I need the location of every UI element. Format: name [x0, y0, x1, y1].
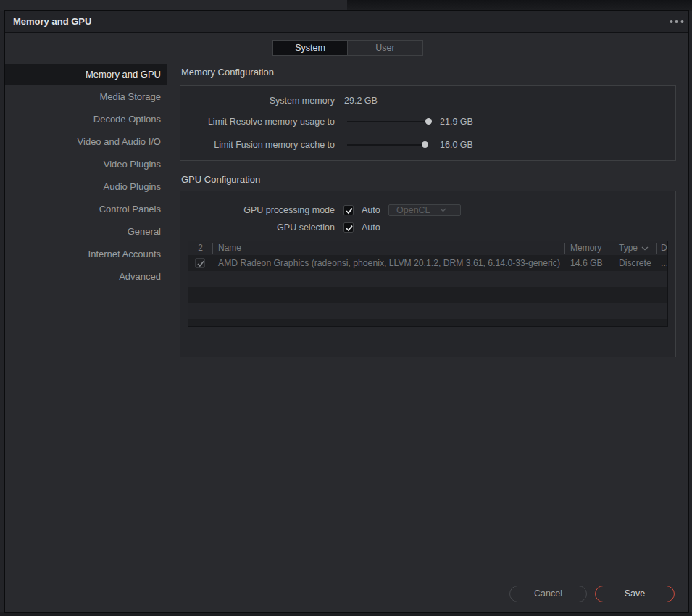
gpu-table-row[interactable]: AMD Radeon Graphics (radeonsi, phoenix, …	[188, 255, 667, 271]
check-icon	[345, 224, 354, 233]
gpu-row-checkbox[interactable]	[195, 258, 205, 268]
column-separator	[614, 243, 614, 254]
sidebar-item-media-storage[interactable]: Media Storage	[5, 87, 167, 107]
sidebar-item-decode-options[interactable]: Decode Options	[5, 109, 167, 130]
column-header-name[interactable]: Name	[218, 241, 241, 255]
gpu-table-empty-row	[188, 271, 667, 287]
gpu-type-cell: Discrete	[619, 255, 651, 271]
resolve-memory-label: Limit Resolve memory usage to	[180, 115, 335, 129]
gpu-memory-cell: 14.6 GB	[570, 255, 603, 271]
column-header-type[interactable]: Type	[619, 241, 638, 255]
fusion-memory-value: 16.0 GB	[440, 138, 473, 152]
column-header-count[interactable]: 2	[188, 241, 212, 255]
background-app-strip-left	[0, 0, 347, 11]
dropdown-value: OpenCL	[396, 205, 430, 216]
ellipsis-icon	[670, 20, 683, 23]
sidebar-item-internet-accounts[interactable]: Internet Accounts	[5, 244, 167, 265]
slider-knob[interactable]	[425, 118, 432, 125]
chevron-down-icon	[440, 208, 446, 212]
gpu-table-empty-row	[188, 319, 667, 327]
gpu-table-empty-row	[188, 287, 667, 303]
fusion-memory-slider[interactable]	[347, 144, 455, 146]
column-separator	[564, 243, 565, 254]
gpu-device-cell: ...	[661, 255, 668, 271]
sidebar-item-video-plugins[interactable]: Video Plugins	[5, 154, 167, 175]
gpu-processing-mode-dropdown[interactable]: OpenCL	[388, 204, 461, 216]
check-icon	[345, 207, 354, 215]
background-app-strip-right	[347, 0, 692, 11]
tab-user[interactable]: User	[348, 41, 422, 55]
gpu-table: 2 Name Memory Type De AMD Radeon Graphic…	[188, 241, 668, 327]
memory-configuration-panel: System memory 29.2 GB Limit Resolve memo…	[180, 85, 676, 161]
system-memory-label: System memory	[180, 93, 335, 108]
gpu-selection-auto-checkbox[interactable]	[343, 222, 354, 233]
sidebar-item-general[interactable]: General	[5, 222, 167, 242]
sidebar-item-control-panels[interactable]: Control Panels	[5, 199, 167, 220]
slider-knob[interactable]	[422, 141, 428, 148]
fusion-memory-row: Limit Fusion memory cache to 16.0 GB	[180, 138, 675, 152]
sidebar-item-video-audio-io[interactable]: Video and Audio I/O	[5, 132, 167, 152]
resolve-memory-value: 21.9 GB	[440, 115, 473, 129]
fusion-memory-label: Limit Fusion memory cache to	[180, 138, 335, 152]
tab-system[interactable]: System	[273, 41, 348, 55]
gpu-selection-row: GPU selection Auto	[180, 220, 675, 235]
column-header-device[interactable]: De	[661, 241, 668, 255]
check-icon	[196, 259, 205, 268]
system-memory-row: System memory 29.2 GB	[180, 93, 675, 108]
gpu-table-empty-row	[188, 303, 667, 319]
gpu-selection-label: GPU selection	[180, 220, 335, 235]
gpu-processing-mode-row: GPU processing mode Auto OpenCL	[180, 203, 675, 217]
column-header-memory[interactable]: Memory	[570, 241, 601, 255]
dialog-title: Memory and GPU	[13, 11, 91, 33]
save-button[interactable]: Save	[595, 586, 675, 602]
gpu-selection-auto-label: Auto	[362, 220, 380, 235]
memory-configuration-heading: Memory Configuration	[181, 67, 274, 78]
gpu-processing-mode-label: GPU processing mode	[180, 203, 335, 217]
gpu-processing-mode-auto-checkbox[interactable]	[343, 205, 354, 215]
resolve-memory-slider[interactable]	[347, 121, 455, 122]
preferences-dialog: Memory and GPU System User Memory and GP…	[4, 10, 689, 613]
sort-chevron-down-icon[interactable]	[641, 246, 649, 251]
system-memory-value: 29.2 GB	[344, 93, 378, 108]
resolve-memory-row: Limit Resolve memory usage to 21.9 GB	[180, 115, 675, 129]
sidebar-item-memory-and-gpu[interactable]: Memory and GPU	[5, 64, 167, 85]
column-separator	[656, 243, 657, 254]
gpu-configuration-heading: GPU Configuration	[181, 174, 260, 185]
gpu-configuration-panel: GPU processing mode Auto OpenCL GPU sele…	[180, 191, 676, 357]
gpu-table-header: 2 Name Memory Type De	[188, 241, 667, 255]
cancel-button[interactable]: Cancel	[509, 586, 587, 602]
window-menu-button[interactable]	[664, 11, 688, 33]
sidebar: Memory and GPU Media Storage Decode Opti…	[5, 64, 167, 289]
column-separator	[212, 243, 213, 254]
gpu-name-cell: AMD Radeon Graphics (radeonsi, phoenix, …	[218, 255, 560, 271]
sidebar-item-audio-plugins[interactable]: Audio Plugins	[5, 177, 167, 197]
tab-bar: System User	[272, 40, 423, 56]
dialog-titlebar: Memory and GPU	[5, 11, 688, 33]
sidebar-item-advanced[interactable]: Advanced	[5, 267, 167, 287]
gpu-processing-mode-auto-label: Auto	[362, 203, 380, 217]
